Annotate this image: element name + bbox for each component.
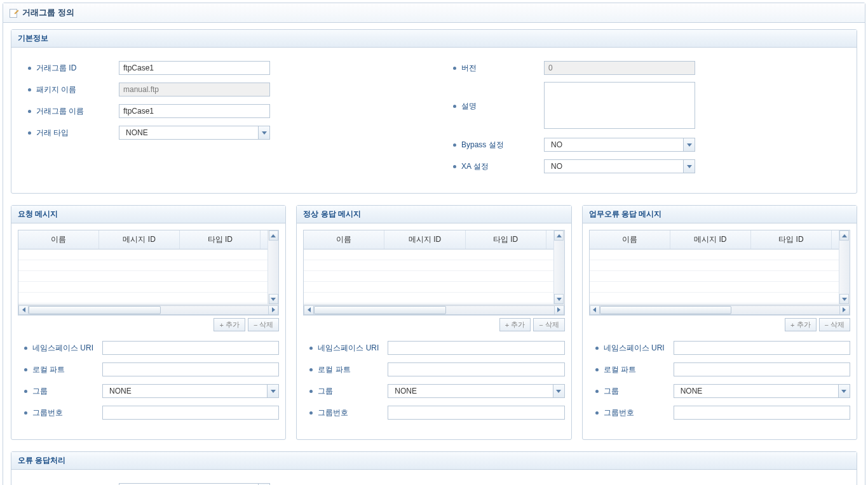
input-local-part[interactable] (102, 362, 279, 376)
label-bypass: Bypass 설정 (461, 140, 544, 150)
panel-header: 거래그룹 정의 (3, 3, 865, 23)
input-group-id[interactable] (119, 61, 270, 75)
response-err-header: 업무오류 응답 메시지 (583, 206, 857, 223)
transaction-group-panel: 거래그룹 정의 기본정보 거래그룹 ID 패 (3, 3, 865, 485)
label-xa: XA 설정 (461, 161, 544, 172)
input-ns-uri[interactable] (674, 341, 850, 355)
table-body[interactable] (590, 249, 850, 304)
input-local-part[interactable] (674, 362, 850, 376)
col-message-id[interactable]: 메시지 ID (99, 230, 180, 249)
bullet-icon (28, 88, 31, 91)
input-group-name[interactable] (119, 104, 270, 118)
select-group[interactable]: NONE (102, 384, 279, 398)
col-name[interactable]: 이름 (304, 230, 384, 249)
select-group[interactable]: NONE (674, 384, 850, 398)
vertical-scrollbar[interactable] (839, 230, 850, 304)
input-group-no[interactable] (674, 406, 850, 420)
chevron-down-icon (267, 385, 278, 397)
select-tx-type[interactable]: NONE (119, 126, 270, 140)
label-group: 그룹 (318, 386, 388, 397)
label-group-no: 그룹번호 (318, 408, 388, 418)
label-ns-uri: 네임스페이스 URI (604, 343, 674, 354)
error-handling-header: 오류 응답처리 (11, 452, 857, 470)
scroll-up-icon[interactable] (554, 230, 564, 241)
bullet-icon (28, 110, 31, 113)
section-basic-header: 기본정보 (11, 30, 857, 48)
minus-icon: − (825, 321, 829, 329)
scroll-left-icon[interactable] (304, 305, 314, 315)
delete-button[interactable]: −삭제 (533, 318, 564, 331)
input-group-no[interactable] (388, 406, 564, 420)
chevron-down-icon (838, 385, 850, 397)
bullet-icon (309, 347, 313, 350)
horizontal-scrollbar[interactable] (304, 304, 564, 315)
select-xa[interactable]: NO (544, 159, 695, 173)
scroll-right-icon[interactable] (839, 305, 850, 315)
scroll-up-icon[interactable] (269, 230, 278, 241)
label-group-name: 거래그룹 이름 (36, 106, 119, 117)
message-sections: 요청 메시지 이름 메시지 ID 타입 ID t (11, 205, 857, 440)
bullet-icon (595, 390, 599, 393)
select-group[interactable]: NONE (388, 384, 564, 398)
table-body[interactable] (18, 249, 278, 304)
label-tx-type: 거래 타입 (36, 128, 119, 138)
select-bypass[interactable]: NO (544, 138, 695, 152)
scroll-up-icon[interactable] (839, 230, 849, 241)
vertical-scrollbar[interactable] (553, 230, 564, 304)
col-name[interactable]: 이름 (18, 230, 99, 249)
minus-icon: − (539, 321, 543, 329)
add-button[interactable]: +추가 (785, 318, 816, 331)
scroll-right-icon[interactable] (554, 305, 564, 315)
input-ns-uri[interactable] (388, 341, 564, 355)
label-local-part: 로컬 파트 (604, 364, 674, 375)
input-ns-uri[interactable] (102, 341, 279, 355)
edit-icon (10, 8, 18, 17)
col-type-id[interactable]: 타입 ID (751, 230, 832, 249)
table-body[interactable] (304, 249, 564, 304)
col-message-id[interactable]: 메시지 ID (670, 230, 751, 249)
label-ns-uri: 네임스페이스 URI (32, 343, 102, 354)
col-type-id[interactable]: 타입 ID (180, 230, 261, 249)
scroll-thumb[interactable] (600, 306, 732, 314)
label-group-no: 그룹번호 (32, 408, 102, 418)
scroll-down-icon[interactable] (269, 294, 278, 304)
input-version (544, 61, 695, 75)
col-name[interactable]: 이름 (590, 230, 670, 249)
section-error-handling: 오류 응답처리 오류 응답 방식 NONE (11, 451, 857, 485)
scroll-left-icon[interactable] (18, 305, 29, 315)
vertical-scrollbar[interactable] (268, 230, 278, 304)
input-group-no[interactable] (102, 406, 279, 420)
scroll-right-icon[interactable] (268, 305, 278, 315)
add-button[interactable]: +추가 (214, 318, 245, 331)
scroll-down-icon[interactable] (839, 294, 849, 304)
plus-icon: + (505, 321, 509, 329)
col-type-id[interactable]: 타입 ID (466, 230, 546, 249)
horizontal-scrollbar[interactable] (18, 304, 278, 315)
bullet-icon (595, 368, 599, 371)
scroll-thumb[interactable] (314, 306, 446, 314)
label-local-part: 로컬 파트 (318, 364, 388, 375)
bullet-icon (595, 411, 599, 415)
request-header: 요청 메시지 (11, 206, 285, 223)
label-group: 그룹 (604, 386, 674, 397)
chevron-down-icon (683, 160, 695, 173)
horizontal-scrollbar[interactable] (590, 304, 850, 315)
label-local-part: 로컬 파트 (32, 364, 102, 375)
scroll-thumb[interactable] (29, 306, 161, 314)
textarea-description[interactable] (544, 82, 695, 129)
label-package-name: 패키지 이름 (36, 84, 119, 95)
delete-button[interactable]: −삭제 (819, 318, 850, 331)
delete-button[interactable]: −삭제 (248, 318, 279, 331)
scroll-left-icon[interactable] (590, 305, 600, 315)
col-message-id[interactable]: 메시지 ID (384, 230, 465, 249)
chevron-down-icon (683, 138, 695, 151)
chevron-down-icon (553, 385, 564, 397)
bullet-icon (309, 390, 313, 393)
request-table: 이름 메시지 ID 타입 ID t (18, 230, 279, 316)
section-response-err-message: 업무오류 응답 메시지 이름 메시지 ID 타입 ID t (582, 205, 857, 440)
input-local-part[interactable] (388, 362, 564, 376)
add-button[interactable]: +추가 (499, 318, 531, 331)
label-group: 그룹 (32, 386, 102, 397)
scroll-down-icon[interactable] (554, 294, 564, 304)
bullet-icon (28, 67, 31, 70)
